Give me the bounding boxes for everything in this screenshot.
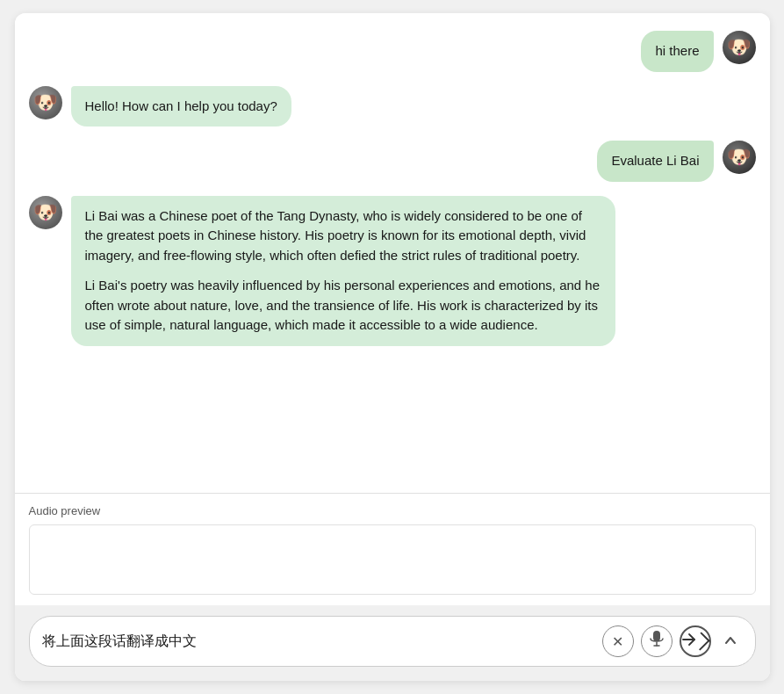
message-row-3: Evaluate Li Bai xyxy=(29,141,756,182)
bot-avatar-2 xyxy=(29,86,62,119)
message-input[interactable] xyxy=(42,633,595,649)
chevron-up-icon xyxy=(724,633,737,651)
send-button[interactable] xyxy=(680,625,711,657)
message-row-1: hi there xyxy=(29,31,756,72)
bot-message-para-1: Li Bai was a Chinese poet of the Tang Dy… xyxy=(85,206,601,266)
user-bubble-1: hi there xyxy=(641,31,713,72)
input-container: ✕ xyxy=(29,616,756,667)
message-row-2: Hello! How can I help you today? xyxy=(29,86,756,127)
bot-message-text-2: Hello! How can I help you today? xyxy=(85,98,277,113)
user-avatar-1 xyxy=(723,31,756,64)
bot-message-para-2: Li Bai's poetry was heavily influenced b… xyxy=(85,276,601,336)
bot-avatar-4 xyxy=(29,196,62,229)
user-avatar-3 xyxy=(723,141,756,174)
svg-rect-0 xyxy=(653,631,660,641)
bot-bubble-2: Hello! How can I help you today? xyxy=(71,86,291,127)
input-area: ✕ xyxy=(15,605,770,681)
clear-button[interactable]: ✕ xyxy=(602,625,634,657)
audio-preview-section: Audio preview xyxy=(15,493,770,605)
audio-preview-box xyxy=(29,524,756,595)
audio-preview-label: Audio preview xyxy=(29,504,756,517)
mic-button[interactable] xyxy=(641,625,673,657)
clear-icon: ✕ xyxy=(612,633,623,650)
user-message-text-3: Evaluate Li Bai xyxy=(611,153,699,168)
expand-button[interactable] xyxy=(718,629,743,654)
message-row-4: Li Bai was a Chinese poet of the Tang Dy… xyxy=(29,196,756,346)
send-icon xyxy=(681,632,697,651)
user-message-text-1: hi there xyxy=(655,43,699,58)
chat-messages-area: hi there Hello! How can I help you today… xyxy=(15,13,770,493)
chat-window: hi there Hello! How can I help you today… xyxy=(15,13,770,681)
user-bubble-3: Evaluate Li Bai xyxy=(597,141,713,182)
bot-bubble-4: Li Bai was a Chinese poet of the Tang Dy… xyxy=(71,196,615,346)
mic-icon xyxy=(650,631,664,652)
